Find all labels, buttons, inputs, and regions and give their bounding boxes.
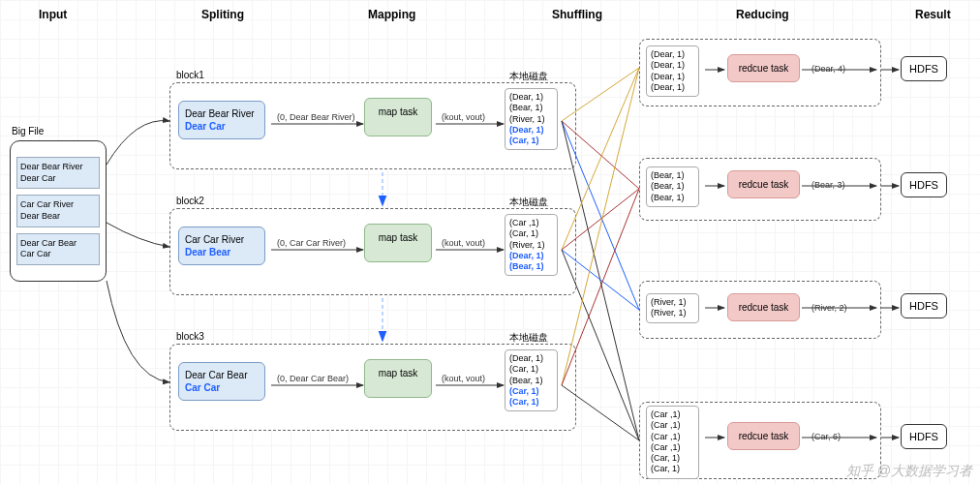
bigfile-box: Dear Bear River Dear Car Car Car River D… [10,140,107,282]
kv: (Bear, 1) [509,376,553,386]
kv: (Car, 1) [651,453,694,464]
kv: (Car, 1) [509,364,553,375]
shuffle-in: (Dear, 1) (Dear, 1) (Dear, 1) (Dear, 1) [646,45,699,97]
kv: (River, 1) [651,308,694,318]
block2-group: block2 Car Car River Dear Bear (0, Car C… [169,208,576,295]
kv: (Car, 1) [651,464,694,474]
hdfs-box: HDFS [901,424,947,449]
kv: (Car, 1) [509,386,553,397]
hdfs-box: HDFS [901,172,947,197]
block1-group: block1 Dear Bear River Dear Car (0, Dear… [169,82,576,169]
watermark: 知乎 @大数据学习者 [846,463,972,480]
block2-split: Car Car River Dear Bear [178,227,265,265]
file-item: Dear Car Bear Car Car [16,233,100,265]
disk-label: 本地磁盘 [509,70,548,83]
header-result: Result [915,8,951,21]
map-out-label: (kout, vout) [440,374,487,383]
file-item: Dear Bear River Dear Car [16,157,100,189]
split-line: Car Car [185,381,259,394]
block2-label: block2 [176,196,204,206]
reduce-task: redcue task [727,54,800,82]
header-mapping: Mapping [368,8,415,21]
kv: (Bear, 1) [651,193,694,203]
kv: (River, 1) [509,240,553,251]
header-shuffling: Shuffling [552,8,602,21]
hdfs-box: HDFS [901,56,947,81]
kv: (Car ,1) [651,409,694,420]
kv: (River, 1) [651,297,694,308]
kv: (Dear, 1) [509,251,553,261]
kv: (Car, 1) [509,397,553,408]
header-splitting: Spliting [201,8,244,21]
split-line: Dear Bear River [185,107,259,120]
header-reducing: Reducing [736,8,789,21]
hdfs-box: HDFS [901,293,947,318]
map-box: map task [364,359,432,398]
split-line: Car Car River [185,233,259,246]
map-out-label: (kout, vout) [440,238,487,248]
disk-label: 本地磁盘 [509,331,548,345]
kv-box: (Dear, 1) (Car, 1) (Bear, 1) (Car, 1) (C… [505,349,558,411]
kv-box: (Car ,1) (Car, 1) (River, 1) (Dear, 1) (… [505,214,558,276]
map-in-label: (0, Car Car River) [275,238,348,248]
block3-group: block3 Dear Car Bear Car Car (0, Dear Ca… [169,344,576,431]
kv: (Dear, 1) [509,353,553,364]
kv: (Dear, 1) [651,72,694,82]
map-box: map task [364,224,432,262]
header-input: Input [39,8,67,21]
kv: (Car, 1) [509,136,553,146]
kv: (Bear, 1) [651,170,694,181]
split-line: Dear Car Bear [185,369,259,381]
block1-split: Dear Bear River Dear Car [178,101,265,139]
kv: (River, 1) [509,114,553,125]
shuffle-in: (River, 1) (River, 1) [646,293,699,323]
kv: (Dear, 1) [651,49,694,60]
map-in-label: (0, Dear Bear River) [275,112,357,122]
kv: (Dear, 1) [651,82,694,93]
map-in-label: (0, Dear Car Bear) [275,374,351,383]
disk-label: 本地磁盘 [509,196,548,209]
reduce-out: (River, 2) [810,303,849,313]
kv: (Car ,1) [651,420,694,431]
kv: (Bear, 1) [509,103,553,113]
reducer-dear: (Dear, 1) (Dear, 1) (Dear, 1) (Dear, 1) … [639,39,881,106]
reduce-task: redcue task [727,170,800,198]
kv: (Dear, 1) [651,60,694,71]
kv-box: (Dear, 1) (Bear, 1) (River, 1) (Dear, 1)… [505,88,558,150]
kv: (Car ,1) [651,442,694,453]
kv: (Car ,1) [651,432,694,442]
map-out-label: (kout, vout) [440,112,487,122]
kv: (Car ,1) [509,218,553,228]
reducer-bear: (Bear, 1) (Bear, 1) (Bear, 1) redcue tas… [639,158,881,221]
shuffle-in: (Bear, 1) (Bear, 1) (Bear, 1) [646,166,699,207]
bigfile-title: Big File [12,126,44,136]
block3-label: block3 [176,331,204,342]
kv: (Dear, 1) [509,125,553,136]
reduce-out: (Dear, 4) [810,64,847,74]
block1-label: block1 [176,70,204,80]
split-line: Dear Car [185,120,259,133]
kv: (Bear, 1) [651,181,694,192]
reducer-car: (Car ,1) (Car ,1) (Car ,1) (Car ,1) (Car… [639,402,881,479]
reduce-out: (Car, 6) [810,432,842,441]
reduce-task: redcue task [727,293,800,321]
block3-split: Dear Car Bear Car Car [178,362,265,401]
file-item: Car Car River Dear Bear [16,195,100,227]
reducer-river: (River, 1) (River, 1) redcue task (River… [639,281,881,339]
reduce-task: redcue task [727,422,800,450]
map-box: map task [364,98,432,136]
kv: (Dear, 1) [509,92,553,103]
kv: (Bear, 1) [509,261,553,272]
shuffle-in: (Car ,1) (Car ,1) (Car ,1) (Car ,1) (Car… [646,406,699,479]
reduce-out: (Bear, 3) [810,180,847,190]
kv: (Car, 1) [509,228,553,239]
split-line: Dear Bear [185,246,259,258]
